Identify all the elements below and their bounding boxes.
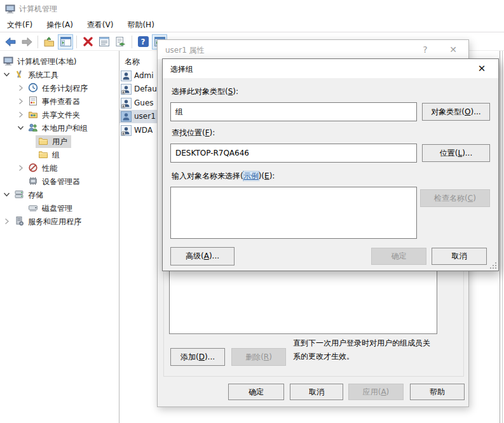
dialog-help-button[interactable]: ?	[411, 40, 439, 59]
console-tree-panel: 计算机管理(本地) 系统工具 任务计划程序 事件查看器	[0, 51, 119, 423]
cancel-button[interactable]: 取消	[290, 384, 343, 400]
toolbar-separator	[37, 36, 38, 48]
tree-item-device-manager[interactable]: 设备管理器	[0, 175, 119, 188]
tree-item-users[interactable]: 用户	[0, 135, 119, 148]
system-tools-icon	[14, 69, 24, 79]
apply-button: 应用(A)	[348, 384, 404, 400]
tree-item-storage[interactable]: 存储	[0, 189, 119, 201]
object-type-field[interactable]: 组	[170, 102, 417, 121]
folder-icon	[38, 149, 48, 159]
membership-note-line1: 直到下一次用户登录时对用户的组成员关	[293, 337, 465, 350]
tree-item-groups[interactable]: 组	[0, 149, 119, 161]
chevron-expanded-icon[interactable]	[3, 71, 10, 78]
panel-edge-line	[500, 51, 500, 423]
chevron-collapsed-icon[interactable]	[17, 84, 24, 91]
object-names-input[interactable]	[170, 187, 417, 239]
window-title: 计算机管理	[19, 4, 57, 15]
chevron-expanded-icon[interactable]	[3, 191, 10, 198]
device-manager-icon	[28, 176, 38, 186]
menu-action[interactable]: 操作(A)	[39, 18, 80, 32]
performance-icon	[28, 163, 38, 173]
shared-folders-icon	[28, 109, 38, 119]
chevron-expanded-icon[interactable]	[17, 124, 24, 131]
user-disabled-icon	[121, 84, 132, 95]
remove-button: 删除(R)	[231, 348, 286, 366]
membership-note-line2: 系的更改才生效。	[293, 350, 465, 363]
ok-button: 确定	[371, 248, 426, 265]
window-edge-line	[502, 51, 503, 423]
storage-icon	[14, 189, 24, 199]
chevron-collapsed-icon[interactable]	[17, 98, 24, 105]
chevron-collapsed-icon[interactable]	[17, 111, 24, 118]
chevron-collapsed-icon[interactable]	[17, 164, 24, 171]
user-disabled-icon	[121, 98, 132, 109]
user-selected-icon	[121, 111, 132, 122]
menu-file[interactable]: 文件(F)	[0, 18, 39, 32]
disk-management-icon	[28, 203, 38, 213]
app-icon	[5, 4, 15, 14]
services-icon	[14, 216, 24, 226]
resize-grip[interactable]	[490, 262, 496, 269]
window-titlebar[interactable]: 计算机管理	[0, 0, 504, 18]
tree-item-services-and-applications[interactable]: 服务和应用程序	[0, 215, 119, 228]
toolbar-separator	[132, 36, 132, 48]
folder-icon	[38, 136, 48, 146]
object-type-label: 选择此对象类型(S):	[172, 86, 238, 97]
menu-help[interactable]: 帮助(H)	[120, 18, 161, 32]
cancel-button[interactable]: 取消	[432, 248, 487, 265]
local-users-groups-icon	[28, 123, 38, 133]
properties-dialog-titlebar[interactable]: user1 属性 ? ✕	[158, 40, 468, 59]
object-types-button[interactable]: 对象类型(O)...	[422, 103, 490, 121]
toolbar-separator	[76, 36, 77, 48]
export-list-icon[interactable]	[113, 34, 128, 50]
select-groups-dialog: 选择组 ✕ 选择此对象类型(S): 组 对象类型(O)... 查找位置(F): …	[162, 58, 499, 271]
user-disabled-icon	[121, 125, 132, 136]
tree-item-computer-management-local[interactable]: 计算机管理(本地)	[0, 55, 119, 68]
add-button[interactable]: 添加(D)...	[170, 348, 225, 366]
tree-item-task-scheduler[interactable]: 任务计划程序	[0, 82, 119, 95]
select-dialog-titlebar[interactable]: 选择组 ✕	[163, 59, 498, 78]
tree-item-disk-management[interactable]: 磁盘管理	[0, 202, 119, 215]
menu-bar: 文件(F) 操作(A) 查看(V) 帮助(H)	[0, 18, 504, 32]
ok-button[interactable]: 确定	[228, 384, 284, 400]
event-viewer-icon	[28, 96, 38, 106]
properties-dialog-title: user1 属性	[165, 45, 205, 56]
dialog-close-button[interactable]: ✕	[468, 59, 496, 78]
locations-button[interactable]: 位置(L)...	[422, 144, 490, 162]
help-button[interactable]: 帮助	[410, 384, 465, 400]
menu-view[interactable]: 查看(V)	[80, 18, 121, 32]
location-label: 查找位置(F):	[172, 128, 215, 138]
tree-item-event-viewer[interactable]: 事件查看器	[0, 95, 119, 108]
dialog-close-button[interactable]: ✕	[439, 40, 467, 59]
object-names-label: 输入对象名称来选择(示例)(E):	[172, 171, 275, 182]
properties-icon[interactable]	[97, 34, 112, 50]
delete-icon[interactable]	[80, 34, 95, 50]
computer-management-window: 计算机管理 文件(F) 操作(A) 查看(V) 帮助(H)	[0, 0, 504, 423]
task-scheduler-icon	[28, 83, 38, 93]
select-dialog-title: 选择组	[170, 64, 193, 75]
location-field[interactable]: DESKTOP-R7QA646	[170, 144, 417, 163]
tree-item-shared-folders[interactable]: 共享文件夹	[0, 109, 119, 121]
back-icon[interactable]	[3, 34, 18, 50]
tree-item-system-tools[interactable]: 系统工具	[0, 69, 119, 81]
help-icon[interactable]: ?	[135, 34, 151, 50]
tree-item-performance[interactable]: 性能	[0, 162, 119, 175]
export-folder-icon[interactable]	[41, 34, 57, 50]
advanced-button[interactable]: 高级(A)...	[170, 247, 235, 265]
chevron-collapsed-icon[interactable]	[3, 218, 10, 225]
user-icon	[121, 70, 132, 81]
show-console-window-icon[interactable]	[58, 34, 73, 50]
forward-icon[interactable]	[19, 34, 34, 50]
examples-link[interactable]: 示例	[243, 171, 259, 180]
tree-item-local-users-and-groups[interactable]: 本地用户和组	[0, 122, 119, 135]
column-header-name[interactable]: 名称	[125, 57, 140, 67]
check-names-button: 检查名称(C)	[420, 189, 490, 207]
computer-icon	[3, 56, 13, 66]
